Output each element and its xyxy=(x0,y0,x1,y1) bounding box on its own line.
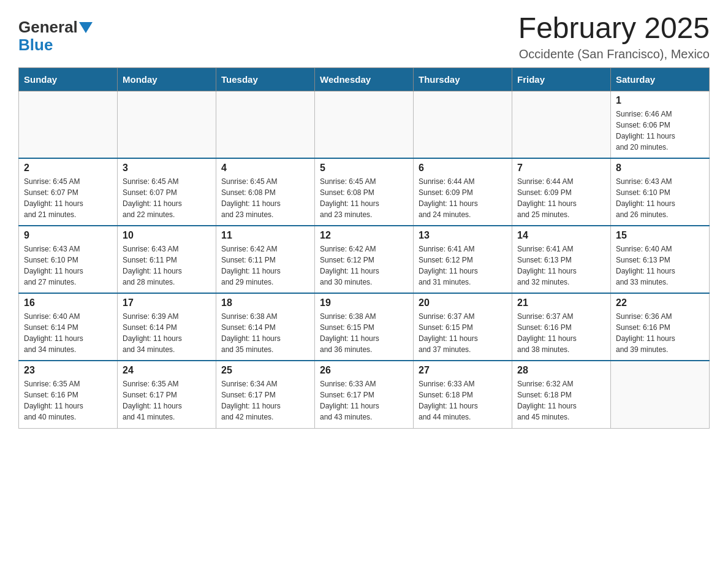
day-info: Sunrise: 6:37 AMSunset: 6:15 PMDaylight:… xyxy=(419,311,507,355)
day-number: 10 xyxy=(123,230,211,241)
day-info: Sunrise: 6:41 AMSunset: 6:13 PMDaylight:… xyxy=(517,243,605,288)
calendar-day-cell: 25Sunrise: 6:34 AMSunset: 6:17 PMDayligh… xyxy=(216,361,315,428)
calendar-day-cell: 14Sunrise: 6:41 AMSunset: 6:13 PMDayligh… xyxy=(512,226,611,293)
day-info: Sunrise: 6:38 AMSunset: 6:14 PMDaylight:… xyxy=(221,311,309,355)
calendar-week-row: 2Sunrise: 6:45 AMSunset: 6:07 PMDaylight… xyxy=(19,158,710,226)
day-info: Sunrise: 6:37 AMSunset: 6:16 PMDaylight:… xyxy=(517,311,605,355)
calendar-day-cell: 23Sunrise: 6:35 AMSunset: 6:16 PMDayligh… xyxy=(19,361,118,428)
day-info: Sunrise: 6:45 AMSunset: 6:08 PMDaylight:… xyxy=(221,176,309,220)
day-number: 8 xyxy=(616,163,704,174)
calendar-day-cell xyxy=(216,91,315,158)
day-number: 12 xyxy=(320,230,408,241)
day-number: 13 xyxy=(419,230,507,241)
day-info: Sunrise: 6:33 AMSunset: 6:17 PMDaylight:… xyxy=(320,378,408,423)
day-number: 1 xyxy=(616,95,704,106)
day-number: 18 xyxy=(221,297,309,308)
day-number: 22 xyxy=(616,297,704,308)
logo: General Blue xyxy=(18,18,93,53)
logo-triangle-icon xyxy=(79,22,93,33)
day-number: 6 xyxy=(419,163,507,174)
day-number: 27 xyxy=(419,365,507,376)
day-info: Sunrise: 6:39 AMSunset: 6:14 PMDaylight:… xyxy=(123,311,211,355)
calendar-day-cell: 28Sunrise: 6:32 AMSunset: 6:18 PMDayligh… xyxy=(512,361,611,428)
day-info: Sunrise: 6:40 AMSunset: 6:13 PMDaylight:… xyxy=(616,243,704,288)
day-info: Sunrise: 6:43 AMSunset: 6:10 PMDaylight:… xyxy=(24,243,112,288)
calendar-day-cell: 20Sunrise: 6:37 AMSunset: 6:15 PMDayligh… xyxy=(414,293,512,361)
calendar-week-row: 1Sunrise: 6:46 AMSunset: 6:06 PMDaylight… xyxy=(19,91,710,158)
calendar-day-cell: 27Sunrise: 6:33 AMSunset: 6:18 PMDayligh… xyxy=(414,361,512,428)
calendar-header-saturday: Saturday xyxy=(611,67,710,91)
calendar-day-cell: 7Sunrise: 6:44 AMSunset: 6:09 PMDaylight… xyxy=(512,158,611,226)
day-info: Sunrise: 6:40 AMSunset: 6:14 PMDaylight:… xyxy=(24,311,112,355)
calendar-day-cell: 18Sunrise: 6:38 AMSunset: 6:14 PMDayligh… xyxy=(216,293,315,361)
month-title: February 2025 xyxy=(518,12,710,45)
day-info: Sunrise: 6:45 AMSunset: 6:07 PMDaylight:… xyxy=(123,176,211,220)
day-info: Sunrise: 6:32 AMSunset: 6:18 PMDaylight:… xyxy=(517,378,605,423)
day-info: Sunrise: 6:45 AMSunset: 6:08 PMDaylight:… xyxy=(320,176,408,220)
day-number: 25 xyxy=(221,365,309,376)
day-number: 24 xyxy=(123,365,211,376)
calendar-header-wednesday: Wednesday xyxy=(315,67,414,91)
day-number: 3 xyxy=(123,163,211,174)
logo-general: General xyxy=(18,18,78,36)
day-info: Sunrise: 6:35 AMSunset: 6:16 PMDaylight:… xyxy=(24,378,112,423)
day-number: 2 xyxy=(24,163,112,174)
calendar-day-cell: 9Sunrise: 6:43 AMSunset: 6:10 PMDaylight… xyxy=(19,226,118,293)
day-number: 11 xyxy=(221,230,309,241)
calendar-header-friday: Friday xyxy=(512,67,611,91)
calendar-day-cell: 13Sunrise: 6:41 AMSunset: 6:12 PMDayligh… xyxy=(414,226,512,293)
calendar-day-cell: 12Sunrise: 6:42 AMSunset: 6:12 PMDayligh… xyxy=(315,226,414,293)
calendar-day-cell xyxy=(512,91,611,158)
day-info: Sunrise: 6:46 AMSunset: 6:06 PMDaylight:… xyxy=(616,109,704,153)
day-info: Sunrise: 6:38 AMSunset: 6:15 PMDaylight:… xyxy=(320,311,408,355)
calendar-header-monday: Monday xyxy=(118,67,216,91)
day-info: Sunrise: 6:33 AMSunset: 6:18 PMDaylight:… xyxy=(419,378,507,423)
calendar-day-cell xyxy=(611,361,710,428)
calendar-day-cell: 17Sunrise: 6:39 AMSunset: 6:14 PMDayligh… xyxy=(118,293,216,361)
day-info: Sunrise: 6:42 AMSunset: 6:11 PMDaylight:… xyxy=(221,243,309,288)
title-block: February 2025 Occidente (San Francisco),… xyxy=(518,12,710,61)
calendar-day-cell: 22Sunrise: 6:36 AMSunset: 6:16 PMDayligh… xyxy=(611,293,710,361)
calendar-week-row: 16Sunrise: 6:40 AMSunset: 6:14 PMDayligh… xyxy=(19,293,710,361)
calendar-header-row: SundayMondayTuesdayWednesdayThursdayFrid… xyxy=(19,67,710,91)
calendar-header-tuesday: Tuesday xyxy=(216,67,315,91)
day-number: 26 xyxy=(320,365,408,376)
calendar-day-cell: 11Sunrise: 6:42 AMSunset: 6:11 PMDayligh… xyxy=(216,226,315,293)
calendar-day-cell: 8Sunrise: 6:43 AMSunset: 6:10 PMDaylight… xyxy=(611,158,710,226)
calendar-day-cell: 24Sunrise: 6:35 AMSunset: 6:17 PMDayligh… xyxy=(118,361,216,428)
calendar-day-cell: 19Sunrise: 6:38 AMSunset: 6:15 PMDayligh… xyxy=(315,293,414,361)
day-info: Sunrise: 6:36 AMSunset: 6:16 PMDaylight:… xyxy=(616,311,704,355)
day-info: Sunrise: 6:43 AMSunset: 6:11 PMDaylight:… xyxy=(123,243,211,288)
calendar-table: SundayMondayTuesdayWednesdayThursdayFrid… xyxy=(18,67,710,429)
day-number: 20 xyxy=(419,297,507,308)
calendar-day-cell xyxy=(414,91,512,158)
calendar-week-row: 23Sunrise: 6:35 AMSunset: 6:16 PMDayligh… xyxy=(19,361,710,428)
day-number: 7 xyxy=(517,163,605,174)
calendar-day-cell xyxy=(315,91,414,158)
calendar-day-cell: 21Sunrise: 6:37 AMSunset: 6:16 PMDayligh… xyxy=(512,293,611,361)
day-number: 14 xyxy=(517,230,605,241)
calendar-day-cell xyxy=(118,91,216,158)
calendar-day-cell: 1Sunrise: 6:46 AMSunset: 6:06 PMDaylight… xyxy=(611,91,710,158)
calendar-day-cell: 5Sunrise: 6:45 AMSunset: 6:08 PMDaylight… xyxy=(315,158,414,226)
day-info: Sunrise: 6:41 AMSunset: 6:12 PMDaylight:… xyxy=(419,243,507,288)
calendar-day-cell: 16Sunrise: 6:40 AMSunset: 6:14 PMDayligh… xyxy=(19,293,118,361)
day-info: Sunrise: 6:45 AMSunset: 6:07 PMDaylight:… xyxy=(24,176,112,220)
day-number: 17 xyxy=(123,297,211,308)
day-number: 4 xyxy=(221,163,309,174)
calendar-day-cell xyxy=(19,91,118,158)
day-number: 19 xyxy=(320,297,408,308)
page-header: General Blue February 2025 Occidente (Sa… xyxy=(18,12,710,61)
calendar-day-cell: 26Sunrise: 6:33 AMSunset: 6:17 PMDayligh… xyxy=(315,361,414,428)
day-info: Sunrise: 6:43 AMSunset: 6:10 PMDaylight:… xyxy=(616,176,704,220)
calendar-week-row: 9Sunrise: 6:43 AMSunset: 6:10 PMDaylight… xyxy=(19,226,710,293)
day-info: Sunrise: 6:42 AMSunset: 6:12 PMDaylight:… xyxy=(320,243,408,288)
logo-blue: Blue xyxy=(18,36,93,54)
day-number: 16 xyxy=(24,297,112,308)
calendar-header-thursday: Thursday xyxy=(414,67,512,91)
calendar-day-cell: 3Sunrise: 6:45 AMSunset: 6:07 PMDaylight… xyxy=(118,158,216,226)
day-info: Sunrise: 6:44 AMSunset: 6:09 PMDaylight:… xyxy=(517,176,605,220)
svg-marker-0 xyxy=(79,22,93,33)
day-number: 5 xyxy=(320,163,408,174)
calendar-day-cell: 10Sunrise: 6:43 AMSunset: 6:11 PMDayligh… xyxy=(118,226,216,293)
